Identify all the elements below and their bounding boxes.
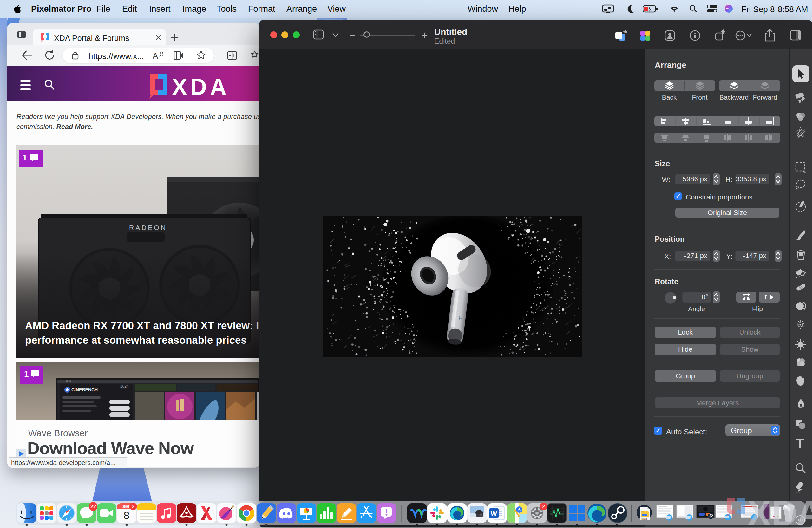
- svg-text:X: X: [172, 74, 187, 99]
- svg-text:2: 2: [542, 504, 545, 509]
- svg-text:D: D: [772, 495, 797, 528]
- svg-text:A: A: [796, 495, 812, 528]
- svg-text:22: 22: [90, 504, 96, 509]
- svg-text:MSI: MSI: [641, 517, 647, 521]
- svg-text:8: 8: [124, 509, 130, 521]
- svg-text:F: F: [458, 314, 462, 322]
- svg-text:CINEBENCH: CINEBENCH: [71, 387, 98, 392]
- svg-text:D: D: [190, 74, 207, 99]
- svg-text:A: A: [210, 74, 227, 99]
- svg-text:A: A: [153, 51, 158, 61]
- svg-text:2: 2: [132, 504, 135, 509]
- svg-text:W: W: [491, 509, 497, 517]
- svg-text:X: X: [747, 495, 771, 528]
- svg-text:RADEON: RADEON: [129, 224, 167, 231]
- svg-text:2024: 2024: [120, 384, 129, 388]
